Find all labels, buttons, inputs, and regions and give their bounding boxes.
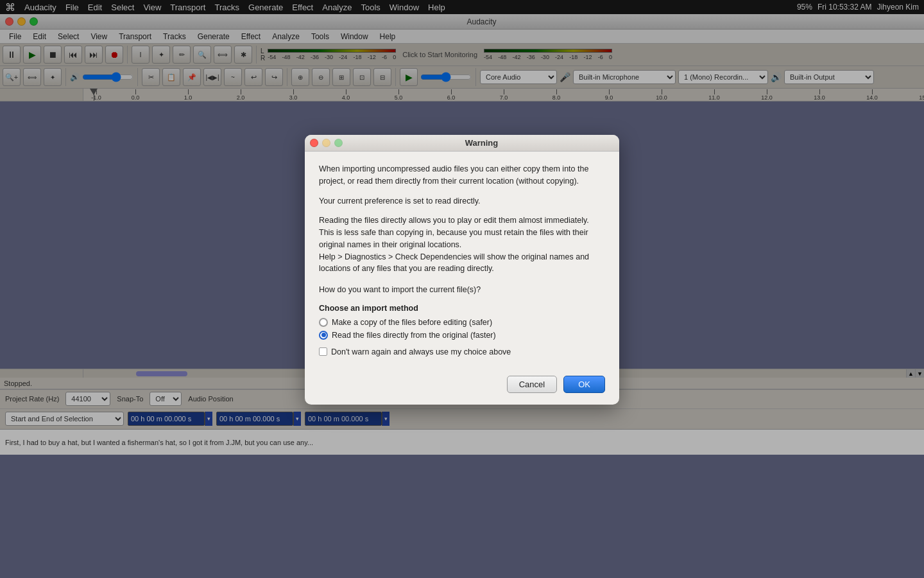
dialog-paragraph2: Your current preference is set to read d… — [319, 195, 605, 207]
radio-copy-label: Make a copy of the files before editing … — [332, 318, 492, 327]
dont-warn-checkbox-item[interactable]: Don't warn again and always use my choic… — [319, 347, 605, 356]
import-method-group: Choose an import method Make a copy of t… — [319, 304, 605, 340]
radio-copy-input[interactable] — [319, 318, 328, 327]
dialog-maximize-button — [334, 139, 343, 147]
warning-dialog: Warning When importing uncompressed audi… — [305, 135, 619, 405]
radio-item-copy[interactable]: Make a copy of the files before editing … — [319, 318, 605, 327]
dialog-buttons: Cancel OK — [305, 369, 619, 405]
cancel-button[interactable]: Cancel — [507, 376, 557, 393]
import-method-title: Choose an import method — [319, 304, 605, 313]
radio-direct-label: Read the files directly from the origina… — [332, 331, 496, 340]
dialog-minimize-button — [322, 139, 330, 147]
dialog-close-button[interactable] — [310, 139, 318, 147]
radio-item-direct[interactable]: Read the files directly from the origina… — [319, 331, 605, 340]
dialog-body: When importing uncompressed audio files … — [305, 152, 619, 369]
ok-button[interactable]: OK — [563, 376, 605, 393]
dialog-window-controls — [310, 139, 343, 147]
dialog-title: Warning — [349, 138, 614, 148]
dont-warn-label: Don't warn again and always use my choic… — [331, 347, 511, 356]
dialog-paragraph3: Reading the files directly allows you to… — [319, 215, 605, 275]
dialog-paragraph1: When importing uncompressed audio files … — [319, 163, 605, 188]
dialog-titlebar: Warning — [305, 135, 619, 152]
dont-warn-checkbox[interactable] — [319, 347, 327, 356]
modal-overlay: Warning When importing uncompressed audi… — [0, 0, 924, 578]
dialog-question: How do you want to import the current fi… — [319, 284, 605, 296]
radio-direct-input[interactable] — [319, 331, 328, 340]
